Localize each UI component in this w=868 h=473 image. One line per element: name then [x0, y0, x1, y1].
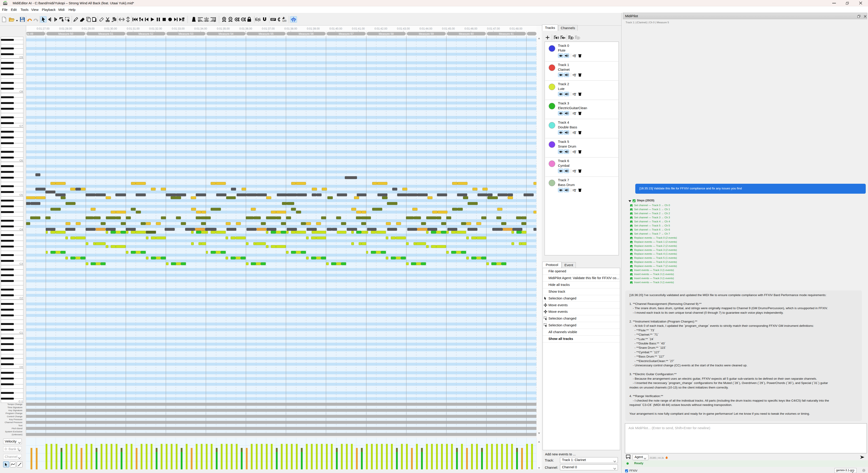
svg-text:C9: C9: [20, 56, 23, 59]
svg-text:C0: C0: [20, 366, 23, 368]
svg-text:Measure 52: Measure 52: [138, 32, 153, 35]
svg-text:0:01:45.00: 0:01:45.00: [442, 27, 455, 30]
svg-text:0:01:35.00: 0:01:35.00: [217, 27, 230, 30]
svg-text:C1: C1: [20, 331, 23, 334]
svg-text:C3: C3: [20, 262, 23, 265]
svg-text:0:01:30.00: 0:01:30.00: [104, 27, 117, 30]
svg-text:C8: C8: [20, 90, 23, 93]
svg-text:0:01:32.00: 0:01:32.00: [149, 27, 162, 30]
svg-text:Channel Pressure: Channel Pressure: [5, 421, 23, 424]
svg-text:Measure 60: Measure 60: [459, 32, 474, 35]
svg-text:Measure 49: Measure 49: [18, 32, 33, 35]
svg-text:T: T: [574, 131, 576, 134]
svg-text:0:01:31.00: 0:01:31.00: [127, 27, 140, 30]
svg-text:0:01:41.00: 0:01:41.00: [352, 27, 365, 30]
svg-text:Key Signature: Key Signature: [8, 409, 22, 411]
svg-text:Measure 56: Measure 56: [299, 32, 313, 35]
svg-text:0:01:43.00: 0:01:43.00: [397, 27, 410, 30]
svg-text:Measure 57: Measure 57: [339, 32, 353, 35]
svg-text:Measure 53: Measure 53: [179, 32, 193, 35]
svg-text:0:01:28.00: 0:01:28.00: [59, 27, 72, 30]
svg-text:Measure 58: Measure 58: [379, 32, 394, 35]
svg-text:0:01:34.00: 0:01:34.00: [194, 27, 207, 30]
svg-text:C4: C4: [20, 228, 23, 231]
svg-text:T: T: [574, 150, 576, 154]
svg-text:0:01:46.00: 0:01:46.00: [465, 27, 477, 30]
svg-text:Measure 55: Measure 55: [258, 32, 273, 35]
svg-text:System Exclusive: System Exclusive: [5, 430, 22, 433]
svg-text:0:01:27.00: 0:01:27.00: [37, 27, 50, 30]
svg-text:120: 120: [282, 20, 286, 22]
svg-text:T: T: [574, 54, 576, 58]
svg-text:Program Change: Program Change: [5, 412, 22, 414]
svg-text:0:01:29.00: 0:01:29.00: [82, 27, 95, 30]
svg-text:0:01:48.00: 0:01:48.00: [509, 27, 522, 30]
svg-text:0:01:44.00: 0:01:44.00: [420, 27, 432, 30]
svg-text:Time Signature: Time Signature: [7, 406, 23, 409]
svg-text:0:01:37.00: 0:01:37.00: [262, 27, 275, 30]
svg-text:T: T: [574, 112, 576, 115]
svg-text:C7: C7: [20, 125, 23, 127]
svg-text:Measure 59: Measure 59: [419, 32, 434, 35]
svg-text:(Unknown): (Unknown): [12, 433, 22, 436]
svg-text:0:01:38.00: 0:01:38.00: [284, 27, 297, 30]
svg-text:T: T: [574, 169, 576, 173]
svg-text:0:01:33.00: 0:01:33.00: [172, 27, 185, 30]
svg-text:Measure 54: Measure 54: [218, 32, 234, 35]
svg-text:Text: Text: [18, 424, 22, 427]
svg-text:T: T: [574, 93, 576, 96]
svg-text:Measure 50: Measure 50: [58, 32, 73, 35]
svg-text:T: T: [574, 73, 576, 77]
svg-text:0:01:47.00: 0:01:47.00: [487, 27, 500, 30]
svg-text:C-1: C-1: [19, 400, 23, 403]
svg-text:C5: C5: [20, 194, 23, 196]
svg-text:T: T: [574, 189, 576, 192]
svg-text:Tempo Change: Tempo Change: [7, 403, 23, 405]
svg-text:0:01:39.00: 0:01:39.00: [307, 27, 320, 30]
svg-text:Key Pressure: Key Pressure: [9, 418, 22, 420]
svg-text:0:01:36.00: 0:01:36.00: [239, 27, 252, 30]
svg-text:C2: C2: [20, 297, 23, 299]
svg-text:0:01:42.00: 0:01:42.00: [374, 27, 388, 30]
svg-text:Pitch Bend: Pitch Bend: [12, 427, 22, 430]
svg-text:0:01:40.00: 0:01:40.00: [329, 27, 342, 30]
svg-text:Measure 51: Measure 51: [98, 32, 113, 35]
svg-text:Measure 61: Measure 61: [499, 32, 514, 35]
svg-text:C6: C6: [20, 159, 23, 162]
svg-text:Control Change: Control Change: [7, 415, 22, 418]
